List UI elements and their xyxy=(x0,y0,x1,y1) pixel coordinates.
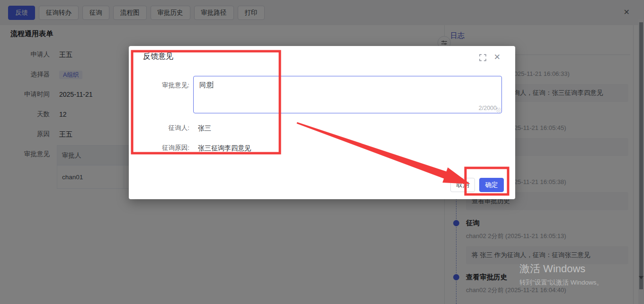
text-caret xyxy=(213,81,213,88)
consultant-label: 征询人: xyxy=(129,123,189,133)
comment-text: 同意 xyxy=(199,81,213,89)
fullscreen-icon[interactable] xyxy=(479,54,487,62)
char-counter: 2/2000 xyxy=(479,105,497,111)
cancel-button[interactable]: 取消 xyxy=(450,178,475,192)
consult-reason-label: 征询原因: xyxy=(129,143,189,153)
dialog-close-icon[interactable]: ✕ xyxy=(494,52,501,62)
consultant-value: 张三 xyxy=(198,123,211,133)
feedback-dialog: 反馈意见 ✕ 审批意见: 同意 2/2000 征询人: 张三 征询原因: 张三征… xyxy=(129,46,515,199)
dialog-title: 反馈意见 xyxy=(143,52,173,62)
confirm-button[interactable]: 确定 xyxy=(479,178,504,192)
consult-reason-value: 张三征询李四意见 xyxy=(198,143,251,153)
comment-textarea[interactable]: 同意 2/2000 xyxy=(193,76,502,113)
resize-handle-icon[interactable] xyxy=(496,108,501,112)
comment-label: 审批意见: xyxy=(129,81,189,90)
